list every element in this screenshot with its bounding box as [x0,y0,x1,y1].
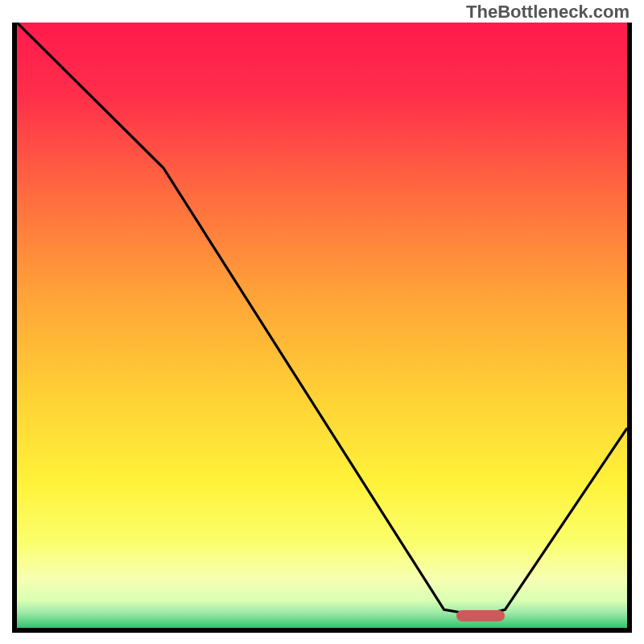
chart-frame [12,23,632,633]
bottleneck-curve [17,23,627,628]
watermark-text: TheBottleneck.com [466,2,630,23]
optimal-range-marker [456,610,506,621]
chart-container: TheBottleneck.com [0,0,644,644]
